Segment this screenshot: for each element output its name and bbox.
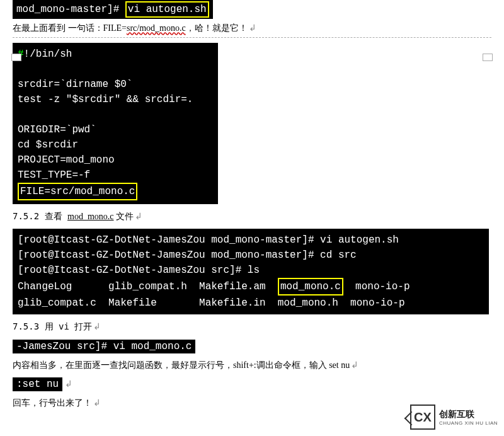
para-setnu-instruction: 内容相当多，在里面逐一查找问题函数，最好显示行号，shift+:调出命令框，输入…	[13, 359, 491, 372]
setnu-cmd: :set nu	[13, 377, 62, 391]
section-752: 7.5.2 查看 mod_mono.c 文件↲	[13, 209, 491, 224]
para3-text: 回车，行号出来了！	[13, 398, 92, 408]
ls-l3: [root@Itcast-GZ-DotNet-JamesZou src]# ls	[18, 263, 484, 278]
return-mark-5: ↲	[65, 379, 72, 389]
script-l8: PROJECT=mod_mono	[18, 152, 213, 168]
watermark-logo: CX 创新互联 CHUANG XIN HU LIAN	[410, 404, 498, 422]
intro-filename: src/mod_mono.c	[127, 23, 186, 33]
autogen-script-block: ##!/bin/sh!/bin/sh srcdir=`dirname $0` t…	[13, 43, 218, 204]
return-mark: ↲	[249, 23, 256, 33]
ls-l5: glib_compat.c Makefile Makefile.in mod_m…	[18, 295, 484, 311]
ls-l4a: ChangeLog glib_compat.h Makefile.am	[18, 281, 278, 292]
script-l9: TEST_TYPE=-f	[18, 168, 213, 183]
intro-text-2: ，哈！就是它！	[186, 23, 248, 33]
prompt-prefix: mod_mono-master]#	[16, 4, 125, 15]
intro-line: 在最上面看到 一句话：FILE=src/mod_mono.c，哈！就是它！↲	[13, 21, 491, 37]
para2-text: 内容相当多，在里面逐一查找问题函数，最好显示行号，shift+:调出命令框，输入…	[13, 360, 350, 370]
section-753: 7.5.3 用 vi 打开↲	[13, 319, 491, 334]
script-l4: test -z "$srcdir" && srcdir=.	[18, 92, 213, 107]
script-l10-highlight: FILE=src/mod_mono.c	[18, 183, 137, 200]
ls-terminal-block: [root@Itcast-GZ-DotNet-JamesZou mod_mono…	[13, 229, 489, 314]
script-l6: ORIGDIR=`pwd`	[18, 122, 213, 137]
script-l2	[18, 62, 213, 77]
ls-l4c: mono-io-p	[343, 281, 410, 292]
logo-icon: CX	[410, 404, 435, 422]
sec752-file: mod_mono.c	[67, 212, 114, 221]
script-l3: srcdir=`dirname $0`	[18, 77, 213, 92]
intro-text-1: 在最上面看到 一句话：FILE=	[13, 23, 127, 33]
prompt-cmd: vi autogen.sh	[128, 4, 207, 15]
return-mark-3: ↲	[93, 322, 101, 331]
logo-cn: 创新互联	[439, 409, 498, 420]
ls-l1: [root@Itcast-GZ-DotNet-JamesZou mod_mono…	[18, 232, 484, 248]
script-l7: cd $srcdir	[18, 137, 213, 152]
return-mark-2: ↲	[135, 212, 142, 221]
sec752-suffix: 文件	[114, 212, 134, 221]
sec753-text: 7.5.3 用 vi 打开	[13, 321, 92, 331]
return-mark-6: ↲	[93, 398, 101, 408]
ls-l4-highlight: mod_mono.c	[278, 278, 343, 295]
return-mark-4: ↲	[351, 360, 358, 370]
script-l5	[18, 107, 213, 122]
sec752-num: 7.5.2 查看	[13, 211, 67, 221]
logo-en: CHUANG XIN HU LIAN	[439, 420, 498, 422]
ls-l2: [root@Itcast-GZ-DotNet-JamesZou mod_mono…	[18, 248, 484, 263]
top-terminal-line: mod_mono-master]# vi autogen.sh	[13, 0, 213, 19]
vi-open-cmd: -JamesZou src]# vi mod_mono.c	[13, 340, 195, 353]
